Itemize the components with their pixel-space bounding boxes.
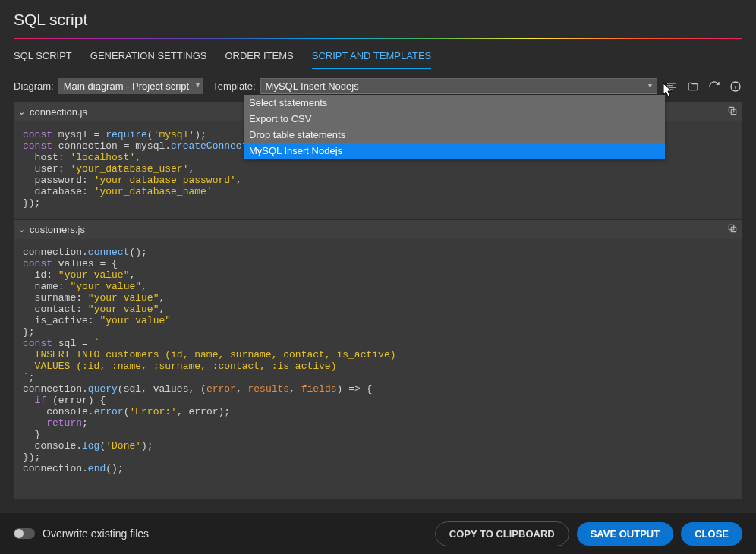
template-dropdown: Select statements Export to CSV Drop tab… <box>244 95 665 159</box>
tab-bar: SQL SCRIPT GENERATION SETTINGS ORDER ITE… <box>0 39 756 69</box>
dropdown-item-drop-table[interactable]: Drop table statements <box>244 127 665 143</box>
tab-order-items[interactable]: ORDER ITEMS <box>225 50 293 69</box>
tab-script-and-templates[interactable]: SCRIPT AND TEMPLATES <box>312 50 432 69</box>
folder-open-icon[interactable] <box>686 80 700 93</box>
file-name: connection.js <box>30 106 87 118</box>
dropdown-item-export-csv[interactable]: Export to CSV <box>244 111 665 127</box>
copy-to-clipboard-button[interactable]: COPY TO CLIPBOARD <box>435 521 569 546</box>
template-label: Template: <box>213 80 255 92</box>
code-content-customers: connection.connect(); const values = { i… <box>14 239 742 482</box>
close-button[interactable]: CLOSE <box>681 522 742 546</box>
file-name: customers.js <box>30 224 85 235</box>
format-left-icon[interactable] <box>665 80 679 93</box>
template-select-value: MySQL Insert Nodejs <box>266 80 359 92</box>
chevron-down-icon[interactable]: ⌄ <box>18 107 25 117</box>
dropdown-item-mysql-insert-nodejs[interactable]: MySQL Insert Nodejs <box>244 143 665 159</box>
dropdown-item-select-statements[interactable]: Select statements <box>244 95 665 111</box>
tab-generation-settings[interactable]: GENERATION SETTINGS <box>90 50 207 69</box>
file-header-customers[interactable]: ⌄ customers.js <box>14 219 742 239</box>
diagram-label: Diagram: <box>14 80 54 92</box>
overwrite-toggle[interactable] <box>14 528 35 539</box>
toolbar: Diagram: Main diagram - Project script T… <box>0 69 756 102</box>
page-title: SQL script <box>0 0 756 38</box>
refresh-icon[interactable] <box>707 80 721 93</box>
overwrite-label: Overwrite existing files <box>43 527 427 540</box>
info-icon[interactable] <box>729 80 742 93</box>
tab-sql-script[interactable]: SQL SCRIPT <box>14 50 72 69</box>
copy-icon[interactable] <box>727 105 738 118</box>
file-block-customers: ⌄ customers.js connection.connect(); con… <box>14 219 742 482</box>
footer: Overwrite existing files COPY TO CLIPBOA… <box>0 513 756 554</box>
chevron-down-icon[interactable]: ⌄ <box>18 225 25 235</box>
diagram-select[interactable]: Main diagram - Project script <box>58 78 203 94</box>
code-area: ⌄ connection.js const mysql = require('m… <box>14 102 742 499</box>
template-select[interactable]: MySQL Insert Nodejs <box>260 78 657 94</box>
copy-icon[interactable] <box>727 223 738 236</box>
save-output-button[interactable]: SAVE OUTPUT <box>577 522 674 546</box>
